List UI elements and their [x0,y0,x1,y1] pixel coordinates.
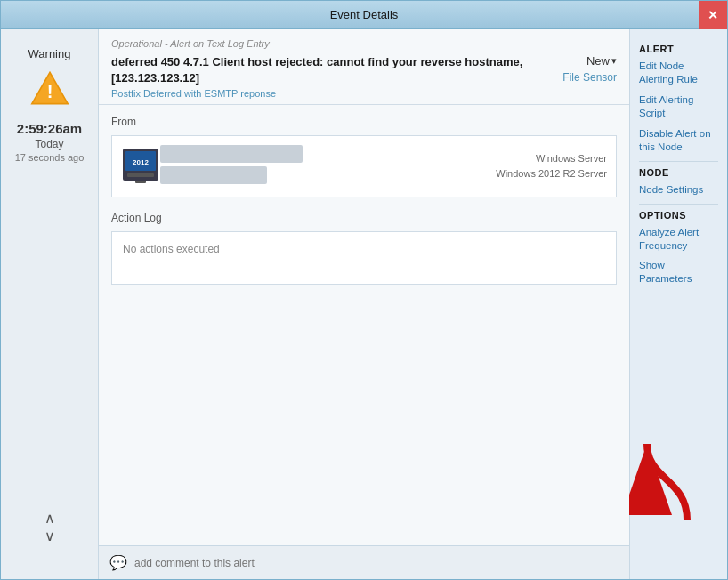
svg-text:!: ! [46,82,53,101]
chevron-down-button[interactable]: ∨ [44,529,55,544]
server-bar-wide [160,145,303,163]
from-box: 2012 Windows Server Windows 2012 R2 Serv… [111,135,617,197]
action-log-label: Action Log [111,212,617,224]
center-header: Operational - Alert on Text Log Entry de… [99,29,629,105]
server-info-placeholder [160,145,496,188]
window-title: Event Details [330,8,399,21]
red-arrow-annotation [629,435,700,526]
right-panel: ALERT Edit Node Alerting Rule Edit Alert… [629,29,727,579]
warning-date: Today [35,138,63,150]
left-nav-controls: ∧ ∨ [44,512,55,544]
server-type: Windows Server [496,151,607,167]
node-section-header: NODE [639,167,718,178]
svg-rect-6 [135,181,146,183]
action-log-box: No actions executed [111,231,617,285]
server-version: Windows 2012 R2 Server [496,166,607,182]
warning-ago: 17 seconds ago [15,152,85,163]
disable-alert-link[interactable]: Disable Alert on this Node [639,127,718,154]
server-bar-medium [160,166,267,184]
comment-input[interactable] [134,557,619,569]
comment-bar: 💬 [99,545,629,579]
alert-subtitle: Postfix Deferred with ESMTP reponse [111,88,617,99]
show-parameters-link[interactable]: Show Parameters [639,259,718,286]
alert-title-row: deferred 450 4.7.1 Client host rejected:… [111,54,617,86]
action-log-section: Action Log No actions executed [111,212,617,285]
center-panel: Operational - Alert on Text Log Entry de… [99,29,629,579]
left-panel: Warning ! 2:59:26am Today 17 seconds ago… [1,29,99,579]
warning-icon: ! [28,69,71,107]
chevron-up-button[interactable]: ∧ [44,512,55,526]
options-section-header: OPTIONS [639,210,718,221]
warning-time: 2:59:26am [17,121,82,136]
no-actions-text: No actions executed [123,243,220,255]
analyze-alert-frequency-link[interactable]: Analyze Alert Frequency [639,226,718,253]
svg-rect-5 [127,173,154,177]
close-button[interactable]: ✕ [699,1,727,29]
edit-alerting-script-link[interactable]: Edit Alerting Script [639,93,718,120]
breadcrumb: Operational - Alert on Text Log Entry [111,38,617,49]
warning-label: Warning [28,47,71,60]
file-sensor-link[interactable]: File Sensor [562,71,617,84]
divider-1 [639,161,718,162]
comment-icon: 💬 [109,554,127,571]
svg-text:2012: 2012 [133,158,149,166]
edit-node-alerting-rule-link[interactable]: Edit Node Alerting Rule [639,60,718,86]
divider-2 [639,204,718,205]
node-settings-link[interactable]: Node Settings [639,183,718,197]
server-right-info: Windows Server Windows 2012 R2 Server [496,151,607,182]
right-actions: New File Sensor [546,54,617,84]
alert-section-header: ALERT [639,44,718,54]
title-bar: Event Details ✕ [1,1,727,29]
center-body: From 2012 [99,105,629,545]
new-button[interactable]: New [586,54,617,68]
server-icon: 2012 [121,147,160,186]
main-content: Warning ! 2:59:26am Today 17 seconds ago… [1,29,727,579]
event-details-window: Event Details ✕ Warning ! 2:59:26am Toda… [0,0,728,580]
from-label: From [111,116,617,128]
alert-title: deferred 450 4.7.1 Client host rejected:… [111,54,537,86]
